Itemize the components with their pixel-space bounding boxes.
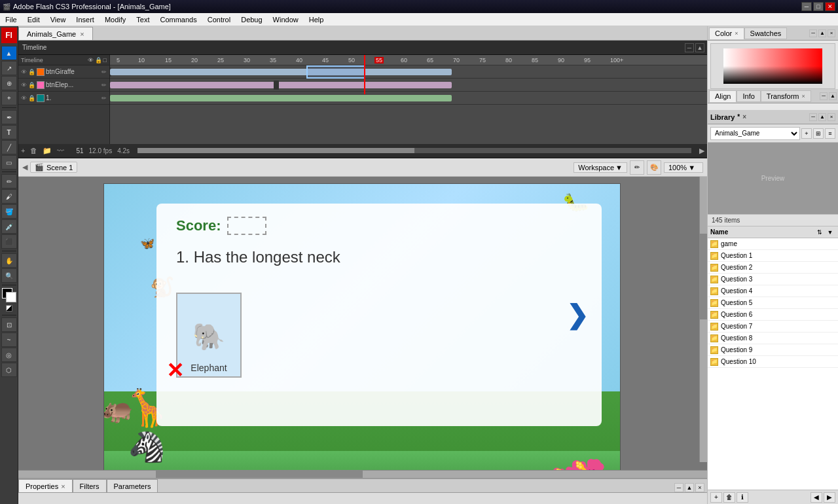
library-tab-close[interactable]: × [742, 113, 746, 120]
tab-swatches[interactable]: Swatches [744, 27, 788, 39]
minimize-button[interactable]: ─ [801, 2, 812, 11]
tab-info[interactable]: Info [737, 90, 760, 102]
menu-modify[interactable]: Modify [100, 13, 131, 26]
tool-line[interactable]: ╱ [1, 140, 17, 154]
library-sort-btn[interactable]: ⇅ [814, 227, 825, 238]
library-grid-view-btn[interactable]: ⊞ [813, 128, 824, 139]
tab-color[interactable]: Color × [709, 27, 744, 39]
library-properties-btn[interactable]: ℹ [737, 492, 748, 503]
props-close-btn[interactable]: × [695, 483, 704, 492]
doc-tab-close[interactable]: × [80, 30, 84, 38]
menu-text[interactable]: Text [131, 13, 155, 26]
timeline-scroll-right[interactable]: ▶ [699, 147, 704, 155]
menu-view[interactable]: View [45, 13, 71, 26]
tab-transform[interactable]: Transform × [761, 90, 811, 102]
tool-smooth[interactable]: ~ [1, 333, 17, 347]
scene-indicator[interactable]: 🎬 Scene 1 [30, 162, 77, 173]
tool-inkbucket[interactable]: 🪣 [1, 204, 17, 219]
layer-row-btnelep[interactable]: 👁 🔒 btnElep... ✏ [18, 79, 109, 92]
swap-colors-btn[interactable] [6, 305, 12, 312]
timeline-minimize-btn[interactable]: ─ [685, 43, 694, 52]
color-tab-close[interactable]: × [735, 30, 738, 37]
stage-back-btn[interactable]: ◀ [22, 163, 27, 171]
library-delete-btn[interactable]: 🗑 [723, 492, 735, 503]
library-filter-btn[interactable]: ▼ [825, 227, 835, 238]
tool-snap[interactable]: ⊡ [1, 317, 17, 332]
workspace-dropdown[interactable]: Workspace ▼ [574, 162, 627, 173]
tool-3d[interactable]: ⬡ [1, 363, 17, 377]
tool-eyedropper[interactable]: 💉 [1, 219, 17, 234]
tab-filters[interactable]: Filters [73, 479, 107, 492]
document-tab-animals-game[interactable]: Animals_Game × [18, 27, 93, 40]
stroke-color[interactable] [2, 288, 16, 302]
list-item[interactable]: 📁Question 6 [708, 309, 838, 321]
library-prev-btn[interactable]: ◀ [811, 492, 822, 503]
menu-edit[interactable]: Edit [22, 13, 45, 26]
library-tab[interactable]: Library * × [710, 113, 746, 121]
list-item[interactable]: 📁Question 5 [708, 297, 838, 309]
color-picker-area[interactable] [710, 43, 835, 89]
stage-horizontal-scrollbar[interactable] [18, 470, 707, 478]
tool-rect[interactable]: ▭ [1, 155, 17, 170]
library-expand-btn[interactable]: ▲ [818, 113, 826, 121]
menu-debug[interactable]: Debug [236, 13, 267, 26]
close-button[interactable]: ✕ [825, 2, 835, 11]
zoom-dropdown[interactable]: 100% ▼ [664, 162, 703, 173]
timeline-expand-btn[interactable]: ▲ [695, 43, 704, 52]
list-item[interactable]: 📁Question 7 [708, 321, 838, 333]
list-item[interactable]: 📁Question 4 [708, 285, 838, 297]
menu-control[interactable]: Control [202, 13, 236, 26]
tool-pencil[interactable]: ✏ [1, 174, 17, 189]
elephant-card[interactable]: 🐘 Elephant [176, 293, 242, 378]
tool-onion[interactable]: ◎ [1, 348, 17, 362]
tool-hand[interactable]: ✋ [1, 253, 17, 268]
menu-commands[interactable]: Commands [155, 13, 202, 26]
align-minimize-btn[interactable]: ─ [820, 92, 828, 100]
transform-tab-close[interactable]: × [802, 93, 805, 99]
color-panel-expand[interactable]: ▲ [818, 29, 826, 37]
list-item[interactable]: 📁Question 3 [708, 274, 838, 285]
stage-vertical-scrollbar[interactable] [699, 177, 707, 462]
library-next-btn[interactable]: ▶ [824, 492, 835, 503]
tool-brush[interactable]: 🖌 [1, 189, 17, 204]
library-minimize-btn[interactable]: ─ [809, 113, 817, 121]
add-motion-guide-btn[interactable]: 〰 [57, 147, 64, 154]
stage-color-btn[interactable]: 🎨 [647, 160, 661, 175]
list-item[interactable]: 📁Question 9 [708, 344, 838, 356]
tool-subselect[interactable]: ↗ [1, 61, 17, 75]
timeline-scrollbar[interactable] [137, 148, 691, 153]
delete-layer-btn[interactable]: 🗑 [30, 147, 37, 154]
tool-zoom[interactable]: 🔍 [1, 268, 17, 283]
color-panel-close[interactable]: × [828, 29, 835, 37]
add-folder-btn[interactable]: 📁 [43, 147, 52, 155]
library-source-dropdown[interactable]: Animals_Game [710, 127, 800, 140]
tool-eraser[interactable]: ⬛ [1, 234, 17, 249]
list-item[interactable]: 📁Question 1 [708, 250, 838, 262]
titlebar-controls[interactable]: ─ □ ✕ [801, 2, 835, 11]
library-close-btn[interactable]: × [828, 113, 835, 121]
menu-insert[interactable]: Insert [71, 13, 100, 26]
layer-row-1[interactable]: 👁 🔒 1. ✏ [18, 92, 109, 105]
tool-pen[interactable]: ✒ [1, 110, 17, 124]
menu-help[interactable]: Help [304, 13, 329, 26]
list-item[interactable]: 📁game [708, 238, 838, 250]
list-item[interactable]: 📁Question 2 [708, 262, 838, 274]
tab-align[interactable]: Align [709, 90, 737, 102]
maximize-button[interactable]: □ [813, 2, 824, 11]
tool-lasso[interactable]: ⌖ [1, 91, 17, 105]
menu-file[interactable]: File [0, 13, 22, 26]
props-minimize-btn[interactable]: ─ [674, 483, 683, 492]
props-expand-btn[interactable]: ▲ [685, 483, 694, 492]
stage-edit-btn[interactable]: ✏ [630, 160, 644, 175]
props-tab-close[interactable]: × [61, 482, 65, 490]
menu-window[interactable]: Window [268, 13, 304, 26]
library-add-btn[interactable]: + [710, 492, 722, 503]
color-panel-minimize[interactable]: ─ [809, 29, 817, 37]
tool-transform[interactable]: ⊕ [1, 76, 17, 90]
list-item[interactable]: 📁Question 10 [708, 356, 838, 368]
library-list-view-btn[interactable]: ≡ [825, 128, 835, 139]
layer-row-btngiraffe[interactable]: 👁 🔒 btnGiraffe ✏ [18, 65, 109, 79]
list-item[interactable]: 📁Question 8 [708, 333, 838, 344]
add-layer-btn[interactable]: + [21, 147, 25, 154]
align-expand-btn[interactable]: ▲ [829, 92, 837, 100]
